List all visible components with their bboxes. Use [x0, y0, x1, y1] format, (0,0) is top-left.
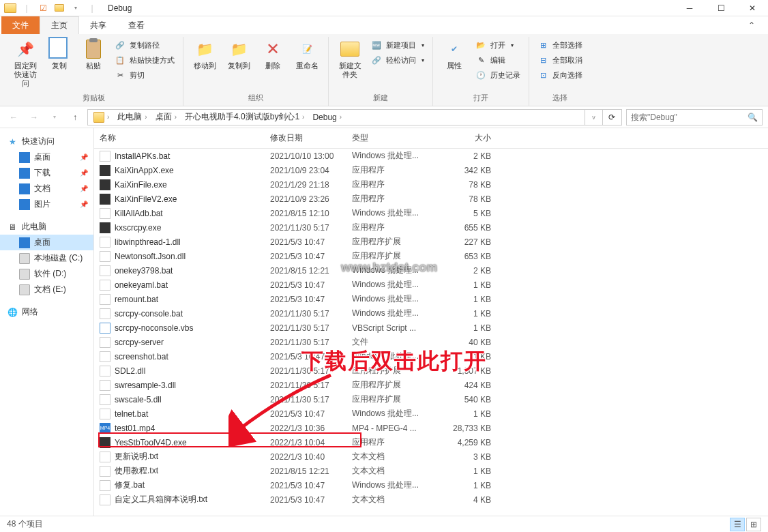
sidebar-item-local-disk[interactable]: 本地磁盘 (C:)	[0, 250, 93, 266]
desktop-icon	[19, 237, 30, 248]
file-name: SDL2.dll	[115, 366, 145, 376]
copy-to-button[interactable]: 📁复制到	[223, 37, 254, 72]
table-row[interactable]: scrcpy-console.bat2021/11/30 5:17Windows…	[94, 306, 768, 321]
column-header-size[interactable]: 大小	[435, 128, 497, 148]
sidebar-item-pc-desktop[interactable]: 桌面	[0, 235, 93, 250]
nav-back-button[interactable]: ←	[5, 109, 22, 125]
sidebar-item-pictures[interactable]: 图片📌	[0, 196, 93, 212]
table-row[interactable]: swscale-5.dll2021/11/30 5:17应用程序扩展540 KB	[94, 392, 768, 407]
properties-icon: ✔	[443, 38, 465, 60]
breadcrumb-dropdown[interactable]: v	[585, 110, 602, 125]
qat-folder[interactable]	[52, 1, 67, 16]
table-row[interactable]: KaiXinFileV2.exe2021/10/9 23:26应用程序78 KB	[94, 192, 768, 206]
table-row[interactable]: telnet.bat2021/5/3 10:47Windows 批处理...1 …	[94, 407, 768, 421]
table-row[interactable]: KaiXinFile.exe2021/1/29 21:18应用程序78 KB	[94, 177, 768, 192]
tab-share[interactable]: 共享	[79, 16, 117, 34]
table-row[interactable]: screenshot.bat2021/5/3 10:47Windows 批处理.…	[94, 349, 768, 364]
table-row[interactable]: remount.bat2021/5/3 10:47Windows 批处理...1…	[94, 292, 768, 306]
move-icon: 📁	[194, 38, 216, 60]
documents-icon	[19, 183, 30, 194]
sidebar-item-desktop[interactable]: 桌面📌	[0, 149, 93, 165]
easy-access-button[interactable]: 🔗轻松访问▾	[368, 53, 427, 67]
nav-forward-button[interactable]: →	[26, 109, 42, 125]
qat-dropdown[interactable]: ▾	[68, 1, 83, 16]
table-row[interactable]: scrcpy-noconsole.vbs2021/11/30 5:17VBScr…	[94, 321, 768, 335]
table-row[interactable]: onekeyaml.bat2021/5/3 10:47Windows 批处理..…	[94, 278, 768, 292]
table-row[interactable]: SDL2.dll2021/11/30 5:17应用程序扩展1,507 KB	[94, 364, 768, 378]
maximize-button[interactable]: ☐	[705, 0, 737, 16]
delete-button[interactable]: ✕删除	[257, 37, 289, 72]
sidebar-item-software[interactable]: 软件 (D:)	[0, 266, 93, 282]
rename-button[interactable]: 📝重命名	[291, 37, 323, 72]
column-header-date[interactable]: 修改日期	[265, 128, 346, 148]
qat-sep2: |	[85, 1, 100, 16]
file-icon	[100, 222, 110, 233]
invert-selection-button[interactable]: ⊡反向选择	[535, 68, 585, 82]
open-button[interactable]: 📂打开▾	[473, 38, 523, 52]
breadcrumb-item[interactable]: 此电脑›	[113, 110, 151, 125]
table-row[interactable]: 使用教程.txt2021/8/15 12:21文本文档1 KB	[94, 464, 768, 478]
tab-home[interactable]: 主页	[40, 16, 79, 34]
sidebar-item-downloads[interactable]: 下载📌	[0, 165, 93, 181]
copy-path-button[interactable]: 🔗复制路径	[112, 38, 177, 52]
nav-up-button[interactable]: ↑	[67, 109, 83, 125]
breadcrumb-item[interactable]: 开心电视助手4.0测试版by剑心1›	[181, 110, 308, 125]
table-row[interactable]: onekey3798.bat2021/8/15 12:21Windows 批处理…	[94, 263, 768, 278]
properties-button[interactable]: ✔属性	[439, 37, 470, 72]
table-row[interactable]: 自定义工具箱脚本说明.txt2021/5/3 10:47文本文档4 KB	[94, 492, 768, 507]
table-row[interactable]: MP4test01.mp42022/1/3 10:36MP4 - MPEG-4 …	[94, 421, 768, 435]
table-row[interactable]: 更新说明.txt2022/1/3 10:40文本文档3 KB	[94, 449, 768, 464]
breadcrumb-root[interactable]: ›	[89, 110, 113, 125]
tab-file[interactable]: 文件	[1, 16, 40, 34]
table-row[interactable]: YesStbToolV4D.exe2022/1/3 10:04应用程序4,259…	[94, 435, 768, 449]
breadcrumb-item[interactable]: Debug›	[308, 110, 346, 125]
file-date: 2022/1/3 10:04	[265, 438, 346, 447]
view-details-button[interactable]: ☰	[730, 518, 745, 531]
select-all-button[interactable]: ⊞全部选择	[535, 38, 585, 52]
folder-icon	[3, 1, 18, 16]
refresh-button[interactable]: ⟳	[602, 110, 620, 125]
nav-recent-button[interactable]: ▾	[46, 109, 63, 125]
column-header-type[interactable]: 类型	[346, 128, 435, 148]
view-icons-button[interactable]: ⊞	[746, 518, 761, 531]
file-date: 2021/11/30 5:17	[265, 395, 346, 404]
history-button[interactable]: 🕐历史记录	[473, 68, 523, 82]
move-to-button[interactable]: 📁移动到	[189, 37, 220, 72]
ribbon-collapse[interactable]: ⌃	[735, 16, 768, 34]
table-row[interactable]: scrcpy-server2021/11/30 5:17文件40 KB	[94, 335, 768, 349]
table-row[interactable]: 修复.bat2021/5/3 10:47Windows 批处理...1 KB	[94, 478, 768, 492]
new-folder-button[interactable]: 新建文件夹	[334, 37, 366, 80]
table-row[interactable]: Newtonsoft.Json.dll2021/5/3 10:47应用程序扩展6…	[94, 249, 768, 263]
edit-button[interactable]: ✎编辑	[473, 53, 523, 67]
tab-view[interactable]: 查看	[117, 16, 156, 34]
search-box[interactable]: 🔍	[626, 109, 763, 125]
table-row[interactable]: libwinpthread-1.dll2021/5/3 10:47应用程序扩展2…	[94, 235, 768, 249]
close-button[interactable]: ✕	[737, 0, 768, 16]
file-size: 227 KB	[435, 237, 497, 247]
table-row[interactable]: KillAllAdb.bat2021/8/15 12:10Windows 批处理…	[94, 206, 768, 220]
table-row[interactable]: KaiXinAppX.exe2021/10/9 23:04应用程序342 KB	[94, 163, 768, 177]
sidebar-item-docs-e[interactable]: 文档 (E:)	[0, 282, 93, 297]
sidebar-this-pc[interactable]: 🖥此电脑	[0, 219, 93, 235]
sidebar-item-documents[interactable]: 文档📌	[0, 181, 93, 196]
sidebar-network[interactable]: 🌐网络	[0, 304, 93, 320]
cut-button[interactable]: ✂剪切	[112, 68, 177, 82]
search-input[interactable]	[631, 113, 748, 122]
table-row[interactable]: swresample-3.dll2021/11/30 5:17应用程序扩展424…	[94, 378, 768, 392]
minimize-button[interactable]: ─	[674, 0, 705, 16]
sidebar-quick-access[interactable]: ★快速访问	[0, 134, 93, 149]
table-row[interactable]: kxscrcpy.exe2021/11/30 5:17应用程序655 KB	[94, 220, 768, 235]
column-header-name[interactable]: 名称	[94, 128, 265, 148]
paste-shortcut-button[interactable]: 📋粘贴快捷方式	[112, 53, 177, 67]
file-icon	[100, 308, 110, 319]
qat-checkbox[interactable]: ☑	[35, 1, 50, 16]
select-none-button[interactable]: ⊟全部取消	[535, 53, 585, 67]
copy-button[interactable]: 复制	[44, 37, 75, 72]
breadcrumb[interactable]: › 此电脑› 桌面› 开心电视助手4.0测试版by剑心1› Debug› v ⟳	[87, 109, 622, 125]
search-icon[interactable]: 🔍	[748, 113, 758, 122]
pin-to-quick-access-button[interactable]: 📌 固定到快速访问	[10, 37, 41, 90]
table-row[interactable]: InstallAPKs.bat2021/10/10 13:00Windows 批…	[94, 149, 768, 163]
new-item-button[interactable]: 🆕新建项目▾	[368, 38, 427, 52]
paste-button[interactable]: 粘贴	[78, 37, 109, 72]
breadcrumb-item[interactable]: 桌面›	[151, 110, 181, 125]
